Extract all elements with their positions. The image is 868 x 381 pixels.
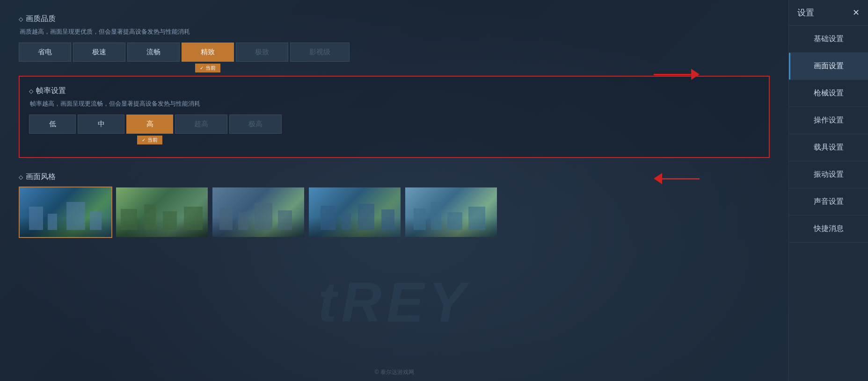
style-thumbnail-3[interactable] [212, 187, 305, 238]
bottom-logo: © 泰尔达游戏网 [374, 368, 414, 376]
sidebar-header: 设置 ✕ [789, 0, 868, 26]
quality-option-ultra[interactable]: 极致 [236, 43, 288, 62]
sidebar-item-vehicle[interactable]: 载具设置 [789, 134, 868, 161]
style-thumbnail-2[interactable] [115, 187, 209, 238]
arrow-right-indicator [654, 69, 700, 80]
quality-btn-group: 省电 极速 流畅 精致 当前 极致 影视级 [19, 43, 770, 62]
quality-option-smooth[interactable]: 流畅 [127, 43, 180, 62]
style-thumbnail-1[interactable] [19, 187, 112, 238]
framerate-title: 帧率设置 [29, 86, 759, 96]
sidebar-item-message[interactable]: 快捷消息 [789, 216, 868, 243]
framerate-desc: 帧率越高，画面呈现更流畅，但会显著提高设备发热与性能消耗 [30, 100, 759, 108]
quality-current-badge: 当前 [195, 64, 220, 72]
arrow-left-indicator [654, 173, 700, 184]
sidebar-title: 设置 [797, 7, 814, 18]
framerate-option-mid[interactable]: 中 [78, 115, 124, 134]
left-arrow-line [662, 178, 700, 180]
framerate-option-ultrahigh[interactable]: 超高 [175, 115, 227, 134]
sidebar-item-display[interactable]: 画面设置 [789, 53, 868, 80]
framerate-section: 帧率设置 帧率越高，画面呈现更流畅，但会显著提高设备发热与性能消耗 低 中 高 … [19, 76, 770, 158]
quality-option-save[interactable]: 省电 [19, 43, 71, 62]
quality-option-fast[interactable]: 极速 [73, 43, 125, 62]
framerate-option-low[interactable]: 低 [29, 115, 76, 134]
right-arrow-line [654, 74, 691, 75]
sidebar: 设置 ✕ 基础设置 画面设置 枪械设置 操作设置 载具设置 振动设置 声音设置 … [788, 0, 868, 381]
style-thumbnail-4[interactable] [308, 187, 401, 238]
sidebar-item-weapon[interactable]: 枪械设置 [789, 80, 868, 107]
bg-watermark: tREY [318, 270, 471, 334]
quality-option-cinema[interactable]: 影视级 [290, 43, 350, 62]
framerate-current-badge: 当前 [137, 136, 162, 144]
main-content: tREY 画质品质 画质越高，画面呈现更优质，但会显著提高设备发热与性能消耗 省… [0, 0, 788, 381]
framerate-option-extreme[interactable]: 极高 [229, 115, 282, 134]
sidebar-item-basic[interactable]: 基础设置 [789, 26, 868, 53]
framerate-btn-group: 低 中 高 当前 超高 极高 [29, 115, 759, 134]
sidebar-item-sound[interactable]: 声音设置 [789, 188, 868, 216]
sidebar-close-button[interactable]: ✕ [853, 7, 860, 18]
sidebar-item-vibration[interactable]: 振动设置 [789, 161, 868, 188]
sidebar-item-operation[interactable]: 操作设置 [789, 107, 868, 134]
quality-option-fine[interactable]: 精致 当前 [182, 43, 234, 62]
style-thumbnails [19, 187, 770, 238]
right-arrow [654, 69, 700, 80]
quality-desc: 画质越高，画面呈现更优质，但会显著提高设备发热与性能消耗 [20, 28, 770, 36]
quality-section: 画质品质 画质越高，画面呈现更优质，但会显著提高设备发热与性能消耗 省电 极速 … [19, 14, 770, 62]
style-thumbnail-5[interactable] [404, 187, 498, 238]
quality-title: 画质品质 [19, 14, 770, 24]
framerate-option-high[interactable]: 高 当前 [126, 115, 173, 134]
left-arrow [654, 173, 700, 184]
